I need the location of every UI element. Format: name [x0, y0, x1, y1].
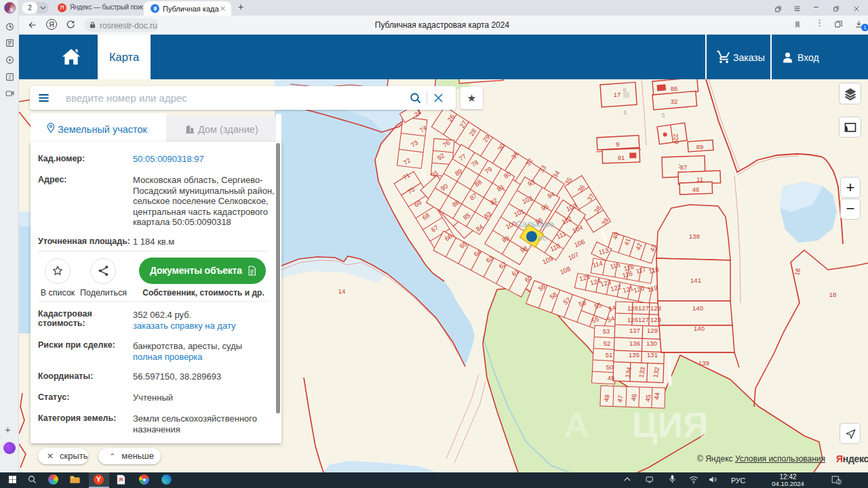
svg-text:50: 50 — [606, 363, 614, 371]
svg-text:но: но — [538, 233, 547, 243]
svg-text:46: 46 — [629, 393, 638, 401]
svg-text:2: 2 — [9, 75, 12, 79]
svg-text:140: 140 — [692, 304, 703, 312]
svg-text:131: 131 — [647, 351, 658, 359]
svg-text:139: 139 — [698, 359, 709, 367]
svg-text:220: 220 — [672, 134, 679, 144]
svg-text:138: 138 — [689, 232, 700, 240]
svg-text:129: 129 — [647, 327, 658, 334]
svg-text:2: 2 — [837, 479, 840, 484]
svg-text:47: 47 — [616, 394, 625, 403]
svg-text:127: 127 — [638, 304, 649, 312]
svg-text:140: 140 — [694, 325, 705, 332]
svg-text:48: 48 — [602, 394, 611, 402]
svg-text:5: 5 — [661, 112, 665, 119]
svg-text:51: 51 — [606, 351, 613, 359]
svg-text:141: 141 — [690, 277, 701, 284]
svg-text:49: 49 — [608, 374, 615, 382]
svg-text:53: 53 — [603, 327, 610, 335]
svg-text:14: 14 — [338, 287, 346, 295]
svg-text:32: 32 — [671, 98, 678, 105]
svg-text:128: 128 — [650, 316, 661, 323]
svg-text:6: 6 — [623, 109, 627, 116]
svg-text:9: 9 — [623, 87, 626, 94]
svg-text:52: 52 — [604, 340, 611, 347]
svg-text:130: 130 — [646, 340, 657, 347]
svg-text:46: 46 — [692, 186, 700, 193]
svg-text:128: 128 — [650, 304, 661, 312]
svg-text:86: 86 — [671, 85, 678, 92]
svg-text:11: 11 — [696, 176, 703, 183]
svg-text:137: 137 — [629, 327, 640, 334]
svg-text:135: 135 — [629, 351, 639, 359]
svg-text:Я: Я — [119, 476, 123, 483]
svg-text:136: 136 — [629, 340, 640, 347]
svg-text:127: 127 — [638, 316, 649, 323]
svg-text:17: 17 — [614, 91, 621, 98]
svg-text:18: 18 — [829, 291, 837, 298]
svg-text:89: 89 — [696, 143, 704, 150]
svg-text:126: 126 — [627, 304, 638, 312]
svg-text:126: 126 — [627, 316, 638, 323]
svg-text:А: А — [564, 405, 589, 445]
svg-text:45: 45 — [644, 394, 652, 402]
svg-text:91: 91 — [618, 154, 625, 161]
svg-text:9: 9 — [616, 140, 619, 148]
svg-text:44: 44 — [652, 392, 661, 400]
svg-text:1: 1 — [677, 163, 681, 169]
svg-text:ЦИЯ: ЦИЯ — [632, 405, 709, 445]
